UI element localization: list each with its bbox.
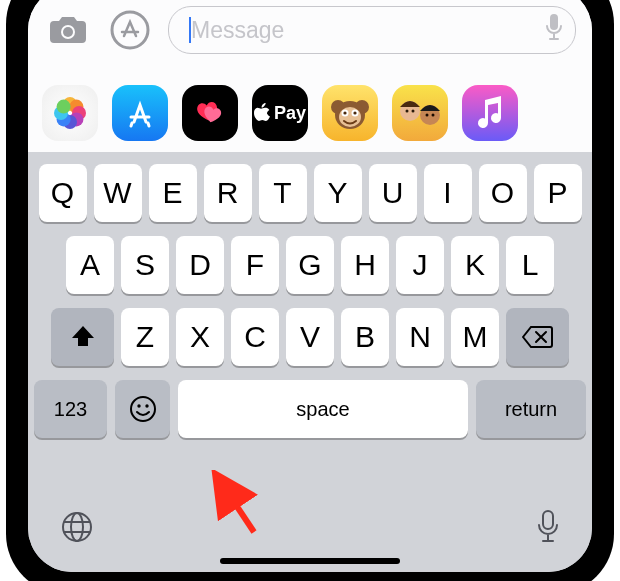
- phone-frame: Message Pay: [6, 0, 614, 581]
- key-d[interactable]: D: [176, 236, 224, 294]
- message-placeholder: Message: [191, 17, 284, 44]
- svg-point-29: [63, 513, 91, 541]
- app-photos[interactable]: [42, 85, 98, 141]
- keyboard-row-3: Z X C V B N M: [34, 308, 586, 366]
- key-j[interactable]: J: [396, 236, 444, 294]
- keyboard-row-2: A S D F G H J K L: [34, 236, 586, 294]
- message-input-bar: Message: [28, 0, 592, 75]
- app-appstore[interactable]: [112, 85, 168, 141]
- app-store-icon: [110, 10, 150, 50]
- shift-icon: [70, 324, 96, 350]
- dictation-button-bottom[interactable]: [536, 510, 560, 548]
- app-apple-pay[interactable]: Pay: [252, 85, 308, 141]
- key-e[interactable]: E: [149, 164, 197, 222]
- apple-logo-icon: [254, 103, 272, 123]
- memoji-group-icon: [396, 93, 444, 133]
- monkey-icon: [328, 91, 372, 135]
- phone-screen: Message Pay: [28, 0, 592, 572]
- key-i[interactable]: I: [424, 164, 472, 222]
- key-z[interactable]: Z: [121, 308, 169, 366]
- svg-point-19: [353, 111, 356, 114]
- key-n[interactable]: N: [396, 308, 444, 366]
- key-c[interactable]: C: [231, 308, 279, 366]
- globe-button[interactable]: [60, 510, 94, 548]
- keyboard: Q W E R T Y U I O P A S D F G H: [28, 152, 592, 572]
- key-t[interactable]: T: [259, 164, 307, 222]
- hearts-icon: [190, 100, 230, 126]
- key-space[interactable]: space: [178, 380, 468, 438]
- key-emoji[interactable]: [115, 380, 170, 438]
- microphone-icon: [545, 13, 563, 41]
- home-indicator[interactable]: [220, 558, 400, 564]
- svg-point-28: [145, 404, 148, 407]
- text-cursor: [189, 17, 191, 43]
- key-q[interactable]: Q: [39, 164, 87, 222]
- app-memoji[interactable]: [322, 85, 378, 141]
- app-store-button[interactable]: [106, 6, 154, 54]
- key-o[interactable]: O: [479, 164, 527, 222]
- svg-rect-3: [550, 14, 558, 30]
- emoji-icon: [128, 394, 158, 424]
- key-r[interactable]: R: [204, 164, 252, 222]
- key-g[interactable]: G: [286, 236, 334, 294]
- key-a[interactable]: A: [66, 236, 114, 294]
- music-note-icon: [475, 96, 505, 130]
- app-digital-touch[interactable]: [182, 85, 238, 141]
- appstore-a-icon: [123, 96, 157, 130]
- svg-rect-31: [543, 511, 553, 529]
- key-numeric[interactable]: 123: [34, 380, 107, 438]
- app-music[interactable]: [462, 85, 518, 141]
- svg-point-2: [112, 12, 148, 48]
- camera-button[interactable]: [44, 6, 92, 54]
- microphone-icon: [536, 510, 560, 544]
- key-b[interactable]: B: [341, 308, 389, 366]
- svg-point-24: [426, 114, 429, 117]
- camera-icon: [50, 15, 86, 45]
- screenshot-stage: Message Pay: [0, 0, 620, 581]
- imessage-app-strip: Pay: [28, 74, 592, 153]
- key-x[interactable]: X: [176, 308, 224, 366]
- message-input[interactable]: Message: [168, 6, 576, 54]
- svg-point-30: [71, 513, 83, 541]
- key-return[interactable]: return: [476, 380, 586, 438]
- key-y[interactable]: Y: [314, 164, 362, 222]
- svg-point-23: [412, 110, 415, 113]
- keyboard-row-4: 123 space return: [34, 380, 586, 438]
- keyboard-row-1: Q W E R T Y U I O P: [34, 164, 586, 222]
- apple-pay-label: Pay: [274, 103, 306, 124]
- key-p[interactable]: P: [534, 164, 582, 222]
- key-w[interactable]: W: [94, 164, 142, 222]
- svg-point-22: [406, 110, 409, 113]
- key-u[interactable]: U: [369, 164, 417, 222]
- svg-point-11: [57, 100, 71, 114]
- key-l[interactable]: L: [506, 236, 554, 294]
- key-s[interactable]: S: [121, 236, 169, 294]
- key-f[interactable]: F: [231, 236, 279, 294]
- key-k[interactable]: K: [451, 236, 499, 294]
- key-v[interactable]: V: [286, 308, 334, 366]
- svg-point-1: [63, 27, 73, 37]
- photos-icon: [52, 95, 88, 131]
- svg-point-27: [137, 404, 140, 407]
- key-shift[interactable]: [51, 308, 114, 366]
- svg-point-25: [432, 114, 435, 117]
- dictation-button[interactable]: [545, 13, 563, 47]
- backspace-icon: [522, 325, 554, 349]
- globe-icon: [60, 510, 94, 544]
- app-memoji-stickers[interactable]: [392, 85, 448, 141]
- key-delete[interactable]: [506, 308, 569, 366]
- key-m[interactable]: M: [451, 308, 499, 366]
- key-h[interactable]: H: [341, 236, 389, 294]
- svg-point-26: [131, 397, 155, 421]
- svg-point-18: [343, 111, 346, 114]
